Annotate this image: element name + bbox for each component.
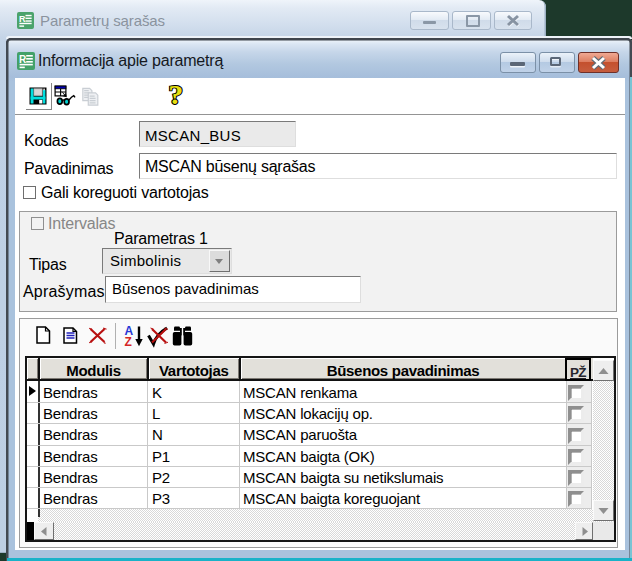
svg-text:R: R: [19, 14, 26, 24]
svg-text:?: ?: [168, 82, 183, 110]
svg-text:Z: Z: [125, 335, 132, 347]
svg-text:R: R: [19, 54, 27, 65]
